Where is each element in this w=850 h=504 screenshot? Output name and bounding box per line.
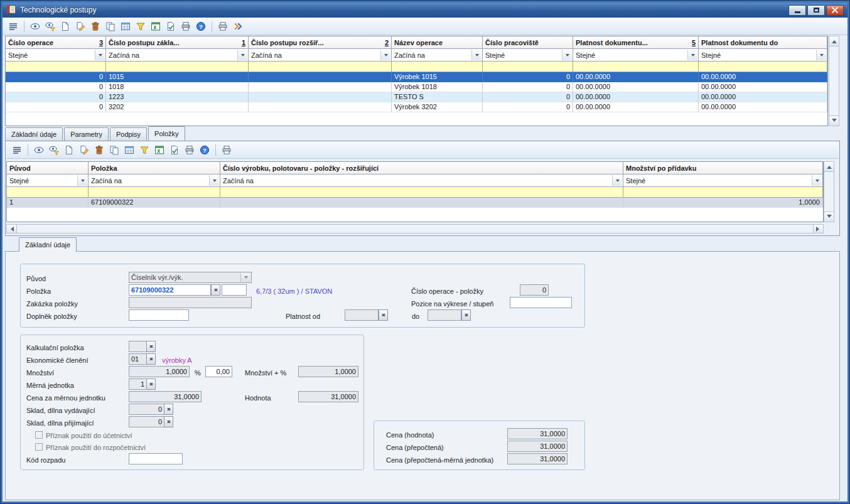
kalkulacni-polozka-field[interactable]	[129, 341, 147, 352]
merna-jednotka-field[interactable]: 1	[129, 378, 147, 390]
platnost-od-picker-button[interactable]	[379, 309, 388, 321]
grid-row[interactable]: 01223TESTO S000.00.000000.00.0000	[6, 92, 827, 102]
excel-icon[interactable]	[149, 19, 163, 33]
column-header[interactable]: Původ	[7, 162, 89, 174]
scroll-down-button[interactable]	[824, 212, 834, 222]
procento-field[interactable]: 0,00	[205, 366, 232, 377]
scroll-left-button[interactable]	[7, 225, 17, 233]
scroll-down-button[interactable]	[829, 115, 839, 126]
column-header[interactable]: Název operace	[392, 36, 483, 49]
quick-filter-input[interactable]	[220, 187, 623, 198]
help-icon[interactable]: ?	[198, 143, 212, 157]
filter-operator-dropdown[interactable]: Stejné	[699, 49, 827, 62]
priznak-rozpoctu-checkbox[interactable]	[35, 443, 43, 451]
filter-operator-dropdown[interactable]: Začíná na	[106, 49, 249, 62]
polozka-picker-button[interactable]	[211, 284, 220, 296]
filter-operator-dropdown[interactable]: Začíná na	[249, 49, 392, 62]
quick-filter-input[interactable]	[89, 187, 220, 198]
tab-zakladni-udaje[interactable]: Základní údaje	[5, 127, 63, 141]
column-header[interactable]: Číslo výrobku, polotovaru - položky - ro…	[220, 162, 623, 174]
delete-icon[interactable]	[92, 143, 106, 157]
edit-doc-icon[interactable]	[77, 143, 91, 157]
quick-filter-input[interactable]	[573, 62, 699, 72]
merna-jednotka-picker-button[interactable]	[146, 378, 156, 390]
kod-rozpadu-field[interactable]	[129, 453, 183, 464]
kalkulacni-polozka-picker-button[interactable]	[146, 341, 156, 352]
copy-icon[interactable]	[104, 19, 117, 33]
view-icon[interactable]	[32, 143, 46, 157]
ekonomicke-cleneni-picker-button[interactable]	[146, 353, 156, 365]
platnost-od-field[interactable]	[345, 309, 379, 321]
zakazka-polozky-field[interactable]	[129, 297, 252, 308]
polozka-extra-field[interactable]	[222, 284, 247, 296]
mnozstvi-plus-field[interactable]: 1,0000	[298, 366, 358, 377]
polozka-field[interactable]: 67109000322	[129, 284, 211, 296]
grid-row[interactable]: 1671090003221,0000	[7, 198, 823, 208]
print-icon[interactable]	[216, 19, 230, 33]
operations-grid-vscrollbar[interactable]	[829, 36, 839, 126]
grid-row[interactable]: 01018Výrobek 1018000.00.000000.00.0000	[6, 82, 827, 92]
filter-operator-dropdown[interactable]: Začíná na	[220, 174, 623, 187]
filter-operator-dropdown[interactable]: Stejné	[483, 49, 573, 62]
filter-icon[interactable]	[134, 19, 148, 33]
doc-check-icon[interactable]	[168, 143, 181, 157]
tab-polozky[interactable]: Položky	[148, 126, 185, 141]
ekonomicke-cleneni-field[interactable]: 01	[129, 353, 147, 365]
titlebar[interactable]: Technologické postupy	[3, 3, 847, 18]
filter-operator-dropdown[interactable]: Stejné	[573, 49, 699, 62]
sklad-prijimajici-field[interactable]: 0	[129, 416, 164, 427]
new-doc-icon[interactable]	[58, 19, 72, 33]
quick-filter-input[interactable]	[6, 62, 106, 72]
view-icon[interactable]	[28, 19, 42, 33]
filter-operator-dropdown[interactable]: Stejné	[6, 49, 106, 62]
column-header[interactable]: Číslo pracoviště	[483, 36, 573, 49]
actions-icon[interactable]	[231, 19, 245, 33]
edit-doc-icon[interactable]	[73, 19, 87, 33]
cena-prepoctena-mj-field[interactable]: 31,0000	[507, 453, 568, 464]
puvod-combobox[interactable]: Číselník výr./výk.	[129, 272, 252, 283]
items-grid-hscrollbar[interactable]	[6, 224, 824, 233]
scroll-right-button[interactable]	[813, 225, 823, 233]
quick-filter-input[interactable]	[7, 187, 89, 198]
column-header[interactable]: Položka	[89, 162, 220, 174]
copy-icon[interactable]	[107, 143, 121, 157]
column-header[interactable]: Číslo operace3	[6, 36, 106, 49]
tab-item-zakladni-udaje[interactable]: Základní údaje	[19, 237, 77, 252]
cislo-operace-polozky-field[interactable]: 0	[520, 284, 549, 296]
cena-za-mj-field[interactable]: 31,0000	[129, 391, 202, 402]
doplnek-polozky-field[interactable]	[129, 309, 189, 321]
column-header[interactable]: Číslo postupu zákla...1	[106, 36, 249, 49]
cena-prepoctena-field[interactable]: 31,0000	[507, 441, 568, 452]
filter-icon[interactable]	[137, 143, 151, 157]
column-header[interactable]: Číslo postupu rozšiř...2	[249, 36, 392, 49]
quick-filter-input[interactable]	[623, 187, 823, 198]
new-doc-icon[interactable]	[62, 143, 76, 157]
platnost-do-picker-button[interactable]	[461, 309, 471, 321]
platnost-do-field[interactable]	[428, 309, 461, 321]
grid-row[interactable]: 01015Výrobek 1015000.00.000000.00.0000	[6, 72, 827, 82]
table-settings-icon[interactable]	[119, 19, 132, 33]
sklad-vydavajici-field[interactable]: 0	[129, 404, 164, 415]
quick-filter-input[interactable]	[483, 62, 573, 72]
cena-hodnota-field[interactable]: 31,0000	[507, 428, 568, 439]
filter-operator-dropdown[interactable]: Začíná na	[89, 174, 220, 187]
view-filter-icon[interactable]	[47, 143, 61, 157]
page-setup-icon[interactable]	[183, 143, 196, 157]
pozice-field[interactable]	[510, 297, 572, 308]
column-header[interactable]: Množství po přídavku	[623, 162, 823, 174]
mnozstvi-field[interactable]: 1,0000	[129, 366, 190, 377]
hodnota-field[interactable]: 31,0000	[298, 391, 358, 402]
scroll-up-button[interactable]	[824, 162, 834, 172]
priznak-ucetnictvi-checkbox[interactable]	[35, 431, 43, 439]
close-button[interactable]	[826, 5, 844, 16]
quick-filter-input[interactable]	[106, 62, 249, 72]
sklad-prijimajici-picker-button[interactable]	[164, 416, 173, 427]
column-header[interactable]: Platnost dokumentu do	[699, 36, 827, 49]
list-icon[interactable]	[6, 19, 20, 33]
quick-filter-input[interactable]	[392, 62, 483, 72]
table-settings-icon[interactable]	[122, 143, 136, 157]
print-icon[interactable]	[220, 143, 234, 157]
minimize-button[interactable]	[788, 5, 806, 16]
list-icon[interactable]	[10, 143, 24, 157]
delete-icon[interactable]	[89, 19, 102, 33]
